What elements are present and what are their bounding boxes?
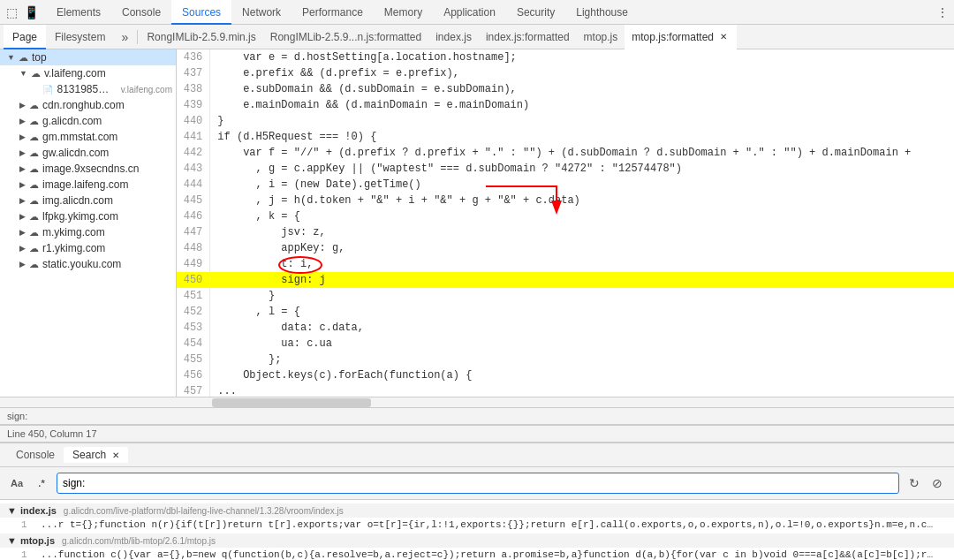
- code-row[interactable]: 453 data: c.data,: [177, 320, 954, 336]
- code-row[interactable]: 438 e.subDomain && (d.subDomain = e.subD…: [177, 81, 954, 97]
- result-line-number: 1: [21, 519, 35, 530]
- search-panel-header: Console Search ✕: [0, 443, 954, 467]
- sidebar-item[interactable]: ▶☁lfpkg.ykimg.com: [0, 208, 176, 224]
- tree-toggle-icon[interactable]: ▶: [19, 164, 26, 173]
- tree-toggle-icon[interactable]: ▶: [19, 148, 26, 157]
- sidebar-item[interactable]: ▼☁v.laifeng.com: [0, 65, 176, 81]
- tree-toggle-icon[interactable]: ▶: [19, 228, 26, 237]
- code-row[interactable]: 454 ua: c.ua: [177, 336, 954, 352]
- code-row[interactable]: 457...: [177, 383, 954, 397]
- refresh-button[interactable]: ↻: [905, 473, 924, 493]
- sidebar-item[interactable]: ▶☁m.ykimg.com: [0, 224, 176, 240]
- code-row[interactable]: 437 e.prefix && (d.prefix = e.prefix),: [177, 65, 954, 81]
- code-row[interactable]: 443 , g = c.appKey || ("waptest" === d.s…: [177, 161, 954, 177]
- sidebar-item[interactable]: 📄81319857sp...v.laifeng.com: [0, 81, 176, 97]
- result-group-header[interactable]: ▼ index.js g.alicdn.com/live-platform/db…: [0, 503, 954, 518]
- tree-toggle-icon[interactable]: ▶: [19, 117, 26, 125]
- clear-button[interactable]: ⊘: [928, 473, 947, 493]
- code-row[interactable]: 436 var e = d.hostSetting[a.location.hos…: [177, 49, 954, 65]
- sidebar-item[interactable]: ▶☁g.alicdn.com: [0, 113, 176, 129]
- regex-button[interactable]: .*: [32, 473, 51, 493]
- horizontal-scrollbar[interactable]: [0, 397, 954, 407]
- tree-toggle-icon[interactable]: ▶: [19, 260, 26, 269]
- sidebar-item[interactable]: ▼☁top: [0, 49, 176, 65]
- sidebar-item[interactable]: ▶☁gm.mmstat.com: [0, 129, 176, 145]
- close-file-tab[interactable]: ✕: [717, 31, 730, 43]
- folder-icon: ☁: [29, 211, 39, 223]
- tree-toggle-icon[interactable]: ▶: [19, 101, 26, 110]
- tab-console[interactable]: Console: [111, 0, 171, 25]
- code-row[interactable]: 452 , l = {: [177, 304, 954, 320]
- result-item[interactable]: 1...r t={};function n(r){if(t[r])return …: [0, 518, 954, 532]
- code-line: var f = "//" + (d.prefix ? d.prefix + ".…: [210, 145, 954, 161]
- line-number: 448: [177, 240, 210, 256]
- tree-toggle-icon[interactable]: ▶: [19, 132, 26, 141]
- sidebar-item[interactable]: ▶☁gw.alicdn.com: [0, 145, 176, 161]
- scrollbar-thumb[interactable]: [212, 398, 371, 407]
- tree-toggle-icon[interactable]: ▼: [19, 69, 27, 78]
- watch-expression-label: sign:: [7, 411, 27, 421]
- sidebar-item[interactable]: ▶☁static.youku.com: [0, 256, 176, 272]
- code-row[interactable]: 447 jsv: z,: [177, 224, 954, 240]
- tree-toggle-icon[interactable]: ▶: [19, 196, 26, 205]
- file-tab-rongimlib-2-5-9-min-js[interactable]: RongIMLib-2.5.9.min.js: [140, 25, 262, 49]
- code-area[interactable]: 436 var e = d.hostSetting[a.location.hos…: [177, 49, 954, 397]
- code-line: ua: c.ua: [210, 336, 954, 352]
- match-case-button[interactable]: Aa: [7, 473, 26, 493]
- tab-security[interactable]: Security: [506, 0, 565, 25]
- search-input[interactable]: [57, 473, 899, 494]
- code-row[interactable]: 451 }: [177, 288, 954, 304]
- tab-search[interactable]: Search ✕: [64, 447, 128, 463]
- code-row[interactable]: 449 t: i,: [177, 256, 954, 272]
- tree-toggle-icon[interactable]: ▼: [7, 53, 15, 62]
- tab-sources[interactable]: Sources: [171, 0, 231, 25]
- sidebar-item-label: g.alicdn.com: [42, 115, 102, 127]
- settings-icon[interactable]: ⋮: [935, 4, 950, 20]
- tab-page[interactable]: Page: [4, 25, 46, 49]
- tree-toggle-icon[interactable]: ▶: [19, 244, 26, 253]
- result-item[interactable]: 1...function c(){var a={},b=new q(functi…: [0, 548, 954, 560]
- sidebar-item[interactable]: ▶☁image.9xsecndns.cn: [0, 161, 176, 177]
- file-tab-mtop-js-formatted[interactable]: mtop.js:formatted✕: [625, 25, 737, 49]
- tab-application[interactable]: Application: [433, 0, 506, 25]
- sidebar-item[interactable]: ▶☁r1.ykimg.com: [0, 240, 176, 256]
- tab-console[interactable]: Console: [7, 447, 64, 463]
- code-row[interactable]: 446 , k = {: [177, 208, 954, 224]
- tab-network[interactable]: Network: [231, 0, 292, 25]
- code-row[interactable]: 450 sign: j: [177, 272, 954, 288]
- sidebar-item[interactable]: ▶☁cdn.ronghub.com: [0, 97, 176, 113]
- code-row[interactable]: 442 var f = "//" + (d.prefix ? d.prefix …: [177, 145, 954, 161]
- more-tabs-button[interactable]: »: [114, 26, 135, 48]
- code-row[interactable]: 445 , j = h(d.token + "&" + i + "&" + g …: [177, 193, 954, 208]
- sidebar-item[interactable]: ▶☁image.laifeng.com: [0, 177, 176, 193]
- tab-memory[interactable]: Memory: [374, 0, 433, 25]
- tree-toggle-icon[interactable]: ▶: [19, 212, 26, 221]
- file-tab-mtop-js[interactable]: mtop.js: [577, 25, 625, 49]
- tab-lighthouse[interactable]: Lighthouse: [565, 0, 639, 25]
- sidebar-item[interactable]: ▶☁img.alicdn.com: [0, 193, 176, 208]
- code-row[interactable]: 441if (d.H5Request === !0) {: [177, 129, 954, 145]
- tab-filesystem[interactable]: Filesystem: [46, 25, 114, 49]
- code-row[interactable]: 440}: [177, 113, 954, 129]
- tab-performance[interactable]: Performance: [292, 0, 374, 25]
- result-match-text: ...r t={};function n(r){if(t[r])return t…: [41, 519, 954, 530]
- tab-elements[interactable]: Elements: [46, 0, 111, 25]
- file-tab-rongimlib-2-5-9---n-js-formatted[interactable]: RongIMLib-2.5.9...n.js:formatted: [263, 25, 428, 49]
- folder-icon: ☁: [29, 116, 39, 127]
- code-row[interactable]: 439 e.mainDomain && (d.mainDomain = e.ma…: [177, 97, 954, 113]
- close-search-tab[interactable]: ✕: [112, 450, 119, 460]
- file-tab-index-js[interactable]: index.js: [428, 25, 479, 49]
- search-results[interactable]: ▼ index.js g.alicdn.com/live-platform/db…: [0, 500, 954, 560]
- result-group-header[interactable]: ▼ mtop.js g.alicdn.com/mtb/lib-mtop/2.6.…: [0, 534, 954, 548]
- svg-point-0: [279, 257, 322, 273]
- code-row[interactable]: 455 };: [177, 352, 954, 367]
- file-tab-index-js-formatted[interactable]: index.js:formatted: [479, 25, 577, 49]
- code-row[interactable]: 448 appKey: g,: [177, 240, 954, 256]
- device-icon[interactable]: 📱: [23, 4, 39, 20]
- tree-toggle-icon[interactable]: ▶: [19, 180, 26, 189]
- sidebar-item-label: static.youku.com: [42, 258, 121, 270]
- code-row[interactable]: 456 Object.keys(c).forEach(function(a) {: [177, 367, 954, 383]
- code-row[interactable]: 444 , i = (new Date).getTime(): [177, 177, 954, 193]
- sidebar-item-label: image.9xsecndns.cn: [42, 163, 139, 175]
- inspect-icon[interactable]: ⬚: [4, 4, 19, 20]
